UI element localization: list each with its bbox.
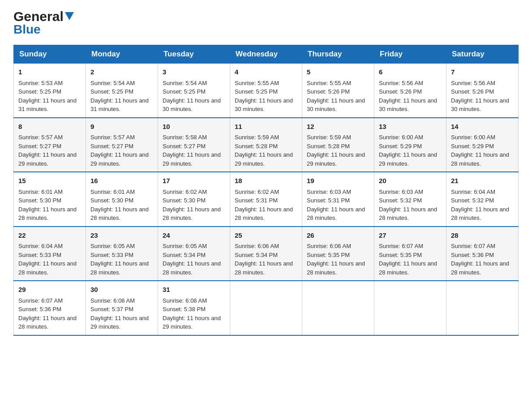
calendar-day-cell: 28 Sunrise: 6:07 AM Sunset: 5:36 PM Dayl…: [446, 227, 519, 281]
day-number: 7: [451, 67, 514, 77]
calendar-day-cell: 17 Sunrise: 6:02 AM Sunset: 5:30 PM Dayl…: [158, 172, 230, 227]
day-number: 27: [379, 231, 442, 241]
calendar-table: SundayMondayTuesdayWednesdayThursdayFrid…: [13, 45, 519, 336]
day-sunrise: Sunrise: 6:01 AM: [90, 188, 135, 195]
day-sunset: Sunset: 5:33 PM: [90, 252, 133, 258]
day-daylight: Daylight: 11 hours and 28 minutes.: [163, 260, 221, 276]
day-sunset: Sunset: 5:27 PM: [163, 143, 206, 150]
calendar-day-cell: 16 Sunrise: 6:01 AM Sunset: 5:30 PM Dayl…: [86, 172, 158, 227]
day-sunset: Sunset: 5:32 PM: [379, 197, 422, 204]
calendar-day-cell: 11 Sunrise: 5:59 AM Sunset: 5:28 PM Dayl…: [230, 118, 302, 172]
day-sunrise: Sunrise: 5:55 AM: [235, 80, 279, 86]
day-sunrise: Sunrise: 6:04 AM: [18, 243, 63, 249]
day-number: 9: [90, 122, 153, 132]
day-daylight: Daylight: 11 hours and 29 minutes.: [235, 151, 293, 167]
day-number: 5: [307, 67, 369, 77]
day-number: 31: [163, 285, 225, 295]
calendar-day-cell: 14 Sunrise: 6:00 AM Sunset: 5:29 PM Dayl…: [446, 118, 519, 172]
calendar-week-row: 22 Sunrise: 6:04 AM Sunset: 5:33 PM Dayl…: [14, 227, 519, 281]
day-number: 20: [379, 176, 442, 186]
weekday-header-thursday: Thursday: [302, 45, 374, 64]
day-number: 23: [90, 231, 153, 241]
calendar-day-cell: [374, 281, 446, 335]
day-daylight: Daylight: 11 hours and 30 minutes.: [235, 97, 293, 113]
day-sunset: Sunset: 5:31 PM: [307, 197, 350, 204]
calendar-day-cell: 21 Sunrise: 6:04 AM Sunset: 5:32 PM Dayl…: [446, 172, 519, 227]
calendar-day-cell: [230, 281, 302, 335]
day-number: 28: [451, 231, 514, 241]
calendar-day-cell: 15 Sunrise: 6:01 AM Sunset: 5:30 PM Dayl…: [14, 172, 86, 227]
day-sunrise: Sunrise: 6:02 AM: [235, 188, 279, 195]
day-sunset: Sunset: 5:30 PM: [163, 197, 206, 204]
calendar-day-cell: [446, 281, 519, 335]
day-number: 11: [235, 122, 297, 132]
day-daylight: Daylight: 11 hours and 31 minutes.: [90, 97, 149, 113]
day-number: 1: [18, 67, 81, 77]
day-sunrise: Sunrise: 6:05 AM: [163, 243, 207, 249]
day-daylight: Daylight: 11 hours and 29 minutes.: [18, 151, 77, 167]
calendar-day-cell: 3 Sunrise: 5:54 AM Sunset: 5:25 PM Dayli…: [158, 64, 230, 118]
logo-general-text: General: [13, 9, 74, 24]
day-number: 6: [379, 67, 442, 77]
calendar-day-cell: 29 Sunrise: 6:07 AM Sunset: 5:36 PM Dayl…: [14, 281, 86, 335]
day-daylight: Daylight: 11 hours and 29 minutes.: [379, 151, 437, 167]
calendar-day-cell: 31 Sunrise: 6:08 AM Sunset: 5:38 PM Dayl…: [158, 281, 230, 335]
day-sunset: Sunset: 5:35 PM: [307, 252, 350, 258]
day-sunrise: Sunrise: 6:03 AM: [307, 188, 351, 195]
calendar-week-row: 15 Sunrise: 6:01 AM Sunset: 5:30 PM Dayl…: [14, 172, 519, 227]
calendar-day-cell: 9 Sunrise: 5:57 AM Sunset: 5:27 PM Dayli…: [86, 118, 158, 172]
day-sunrise: Sunrise: 6:00 AM: [451, 134, 495, 141]
calendar-week-row: 29 Sunrise: 6:07 AM Sunset: 5:36 PM Dayl…: [14, 281, 519, 335]
day-number: 2: [90, 67, 153, 77]
calendar-day-cell: [302, 281, 374, 335]
day-sunrise: Sunrise: 5:58 AM: [163, 134, 207, 141]
calendar-week-row: 8 Sunrise: 5:57 AM Sunset: 5:27 PM Dayli…: [14, 118, 519, 172]
day-number: 25: [235, 231, 297, 241]
day-sunrise: Sunrise: 6:01 AM: [18, 188, 63, 195]
day-number: 8: [18, 122, 81, 132]
day-sunset: Sunset: 5:28 PM: [307, 143, 350, 150]
day-daylight: Daylight: 11 hours and 28 minutes.: [18, 260, 77, 276]
weekday-header-wednesday: Wednesday: [230, 45, 302, 64]
weekday-header-saturday: Saturday: [446, 45, 519, 64]
day-sunrise: Sunrise: 5:54 AM: [163, 80, 207, 86]
day-sunrise: Sunrise: 5:59 AM: [235, 134, 279, 141]
calendar-day-cell: 27 Sunrise: 6:07 AM Sunset: 5:35 PM Dayl…: [374, 227, 446, 281]
day-daylight: Daylight: 11 hours and 28 minutes.: [235, 260, 293, 276]
day-daylight: Daylight: 11 hours and 28 minutes.: [451, 260, 509, 276]
day-daylight: Daylight: 11 hours and 28 minutes.: [307, 260, 365, 276]
day-number: 4: [235, 67, 297, 77]
calendar-day-cell: 6 Sunrise: 5:56 AM Sunset: 5:26 PM Dayli…: [374, 64, 446, 118]
day-daylight: Daylight: 11 hours and 28 minutes.: [451, 206, 509, 222]
day-sunset: Sunset: 5:26 PM: [451, 88, 494, 95]
svg-marker-0: [65, 12, 74, 20]
day-number: 18: [235, 176, 297, 186]
weekday-header-tuesday: Tuesday: [158, 45, 230, 64]
day-number: 21: [451, 176, 514, 186]
day-sunrise: Sunrise: 6:08 AM: [163, 297, 207, 304]
calendar-day-cell: 25 Sunrise: 6:06 AM Sunset: 5:34 PM Dayl…: [230, 227, 302, 281]
day-sunrise: Sunrise: 6:03 AM: [379, 188, 423, 195]
day-sunrise: Sunrise: 6:07 AM: [451, 243, 495, 249]
day-sunrise: Sunrise: 5:57 AM: [18, 134, 63, 141]
day-number: 12: [307, 122, 369, 132]
calendar-day-cell: 13 Sunrise: 6:00 AM Sunset: 5:29 PM Dayl…: [374, 118, 446, 172]
day-daylight: Daylight: 11 hours and 28 minutes.: [90, 206, 149, 222]
day-sunset: Sunset: 5:27 PM: [18, 143, 61, 150]
calendar-day-cell: 1 Sunrise: 5:53 AM Sunset: 5:25 PM Dayli…: [14, 64, 86, 118]
day-sunset: Sunset: 5:29 PM: [379, 143, 422, 150]
day-number: 17: [163, 176, 225, 186]
day-sunset: Sunset: 5:29 PM: [451, 143, 494, 150]
day-sunrise: Sunrise: 6:05 AM: [90, 243, 135, 249]
day-number: 3: [163, 67, 225, 77]
day-daylight: Daylight: 11 hours and 29 minutes.: [307, 151, 365, 167]
day-sunset: Sunset: 5:27 PM: [90, 143, 133, 150]
day-sunrise: Sunrise: 5:55 AM: [307, 80, 351, 86]
day-sunrise: Sunrise: 6:07 AM: [18, 297, 63, 304]
day-sunset: Sunset: 5:37 PM: [90, 306, 133, 313]
day-sunrise: Sunrise: 5:53 AM: [18, 80, 63, 86]
day-sunset: Sunset: 5:38 PM: [163, 306, 206, 313]
day-sunset: Sunset: 5:35 PM: [379, 252, 422, 258]
day-sunset: Sunset: 5:36 PM: [451, 252, 494, 258]
day-number: 22: [18, 231, 81, 241]
